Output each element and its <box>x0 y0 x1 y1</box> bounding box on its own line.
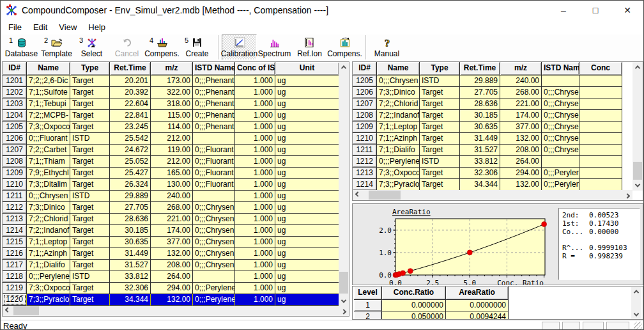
row-id-cell[interactable]: 1214 <box>3 225 27 237</box>
menu-edit[interactable]: Edit <box>27 21 53 33</box>
table-row[interactable]: 12077;2;;ChloridTarget28.636221.000;;;Ch… <box>353 98 622 110</box>
row-id-cell[interactable]: 1207 <box>353 98 377 110</box>
table-row[interactable]: 12097;9;;EthychlTarget25.427165.000;;;Fl… <box>3 168 339 179</box>
scroll-right-button[interactable] <box>339 306 349 316</box>
table-row[interactable]: 12207;3;;PyracloTarget34.344132.000;;;Pe… <box>3 294 339 306</box>
select-button[interactable]: 3 Select <box>74 35 109 60</box>
row-id-cell[interactable]: 1208 <box>3 156 27 168</box>
ref-ion-tab-button[interactable]: Ref.Ion <box>292 35 327 60</box>
compens-tab-button[interactable]: Compens. <box>327 35 362 60</box>
table-row[interactable]: 12117;1;;DialifoTarget31.527208.000;;;Ch… <box>353 145 622 156</box>
column-header[interactable]: m/z <box>500 62 542 75</box>
row-id-cell[interactable]: 1206 <box>353 87 377 98</box>
calibration-tab-button[interactable]: Calibration <box>222 35 257 60</box>
left-table-horizontal-scrollbar[interactable] <box>3 306 349 316</box>
right-table-vertical-scrollbar[interactable] <box>632 62 643 191</box>
column-header[interactable]: Conc of IS <box>235 62 275 75</box>
scroll-down-button[interactable] <box>339 296 349 306</box>
row-id-cell[interactable]: 1204 <box>3 110 27 122</box>
table-row[interactable]: 12047;2;;MCPB-Target22.841115.000;;;Phen… <box>3 110 339 122</box>
column-header[interactable]: Unit <box>275 62 339 75</box>
scroll-up-button[interactable] <box>632 62 643 72</box>
row-id-cell[interactable]: 1203 <box>3 98 27 110</box>
levels-vertical-scrollbar[interactable] <box>631 287 641 319</box>
compensate-button[interactable]: 4 Compens. <box>144 35 180 60</box>
column-header[interactable]: Ret.Time <box>110 62 151 75</box>
table-row[interactable]: 20.0500000.0094244 <box>354 311 509 320</box>
left-table-vertical-scrollbar[interactable] <box>339 62 349 306</box>
row-id-cell[interactable]: 1205 <box>353 75 377 87</box>
column-header[interactable]: m/z <box>151 62 193 75</box>
table-row[interactable]: 12060;;;FluorantISTD25.542212.001.000ug <box>3 133 339 145</box>
row-id-cell[interactable]: 1218 <box>3 271 27 283</box>
row-id-cell[interactable]: 1210 <box>3 179 27 191</box>
table-row[interactable]: 12147;3;;PyracloTarget34.344132.000;;;Pe… <box>353 179 622 191</box>
row-id-cell[interactable]: 1206 <box>3 133 27 145</box>
table-row[interactable]: 12107;1;;AzinphTarget31.449132.000;;;Chr… <box>353 133 622 145</box>
table-row[interactable]: 12017;2;;2,6-DicTarget20.201173.000;;;Ph… <box>3 75 339 87</box>
row-id-cell[interactable]: 1211 <box>3 191 27 202</box>
scrollbar-thumb[interactable] <box>633 162 642 180</box>
menu-view[interactable]: View <box>53 21 82 33</box>
table-row[interactable]: 12077;2;;CarbetTarget24.672119.000;;;Flu… <box>3 145 339 156</box>
column-header[interactable]: Ret.Time <box>460 62 500 75</box>
scroll-left-button[interactable] <box>3 306 13 316</box>
table-row[interactable]: 12167;1;;AzinphTarget31.449132.000;;;Chr… <box>3 248 339 260</box>
row-id-cell[interactable]: 1 <box>354 300 382 311</box>
column-header[interactable]: ISTD Name <box>193 62 235 75</box>
row-id-cell[interactable]: 1211 <box>353 145 377 156</box>
row-id-cell[interactable]: 1220 <box>3 294 27 306</box>
table-row[interactable]: 12127;3;;DinicoTarget27.705268.000;;;Chr… <box>3 202 339 214</box>
scroll-down-button[interactable] <box>632 180 643 191</box>
scroll-right-button[interactable] <box>622 190 632 200</box>
create-button[interactable]: 5 Create <box>180 35 215 60</box>
column-header[interactable]: Conc.Ratio <box>382 287 446 300</box>
table-row[interactable]: 12087;2;;IndanofTarget30.185174.000;;;Ch… <box>353 110 622 122</box>
row-id-cell[interactable]: 1214 <box>353 179 377 191</box>
row-id-cell[interactable]: 1217 <box>3 260 27 271</box>
table-row[interactable]: 12197;3;;OxpocoTarget32.306294.000;;;Per… <box>3 283 339 294</box>
table-row[interactable]: 12120;;;PeryleneISTD33.812264.001.000 <box>353 156 622 168</box>
column-header[interactable]: Type <box>420 62 460 75</box>
column-header[interactable]: Name <box>27 62 70 75</box>
scroll-up-button[interactable] <box>339 62 349 72</box>
row-id-cell[interactable]: 1209 <box>353 122 377 133</box>
scroll-down-button[interactable] <box>631 310 641 319</box>
row-id-cell[interactable]: 1202 <box>3 87 27 98</box>
table-row[interactable]: 12177;1;;DialifoTarget31.527208.000;;;Ch… <box>3 260 339 271</box>
close-button[interactable]: ✕ <box>611 1 643 20</box>
table-row[interactable]: 12137;3;;OxpocoTarget32.306294.000;;;Per… <box>353 168 622 179</box>
row-id-cell[interactable]: 1213 <box>353 168 377 179</box>
row-id-cell[interactable]: 1215 <box>3 237 27 248</box>
table-row[interactable]: 12037;1;;TebupiTarget22.604318.000;;;Phe… <box>3 98 339 110</box>
table-row[interactable]: 12087;1;;ThiamTarget25.052212.000;;;Fluo… <box>3 156 339 168</box>
table-row[interactable]: 12110;;;ChrysenISTD29.889240.001.000ug <box>3 191 339 202</box>
row-id-cell[interactable]: 1216 <box>3 248 27 260</box>
column-header[interactable]: ISTD Name <box>542 62 579 75</box>
right-table-horizontal-scrollbar[interactable] <box>353 190 632 200</box>
row-id-cell[interactable]: 1209 <box>3 168 27 179</box>
table-row[interactable]: 12180;;;PeryleneISTD33.812264.001.000ug <box>3 271 339 283</box>
table-row[interactable]: 10.0000000.0000000 <box>354 300 509 311</box>
row-id-cell[interactable]: 1212 <box>3 202 27 214</box>
row-id-cell[interactable]: 1201 <box>3 75 27 87</box>
column-header[interactable]: ID# <box>3 62 27 75</box>
table-row[interactable]: 12067;3;;DinicoTarget27.705268.000;;;Chr… <box>353 87 622 98</box>
column-header[interactable]: Conc <box>579 62 622 75</box>
row-id-cell[interactable]: 1205 <box>3 122 27 133</box>
table-row[interactable]: 12157;1;;LeptopTarget30.635377.000;;;Chr… <box>3 237 339 248</box>
row-id-cell[interactable]: 1219 <box>3 283 27 294</box>
column-header[interactable]: Type <box>70 62 110 75</box>
menu-file[interactable]: File <box>3 21 27 33</box>
row-id-cell[interactable]: 1212 <box>353 156 377 168</box>
table-row[interactable]: 12050;;;ChrysenISTD29.889240.001.000 <box>353 75 622 87</box>
scrollbar-thumb[interactable] <box>369 191 401 200</box>
row-id-cell[interactable]: 1210 <box>353 133 377 145</box>
table-row[interactable]: 12107;3;;DitalimTarget26.324130.000;;;Fl… <box>3 179 339 191</box>
row-id-cell[interactable]: 2 <box>354 311 382 320</box>
database-button[interactable]: 1 Database <box>4 35 39 60</box>
resize-grip[interactable] <box>634 322 642 330</box>
scrollbar-thumb[interactable] <box>13 306 39 315</box>
column-header[interactable]: Name <box>377 62 420 75</box>
row-id-cell[interactable]: 1213 <box>3 214 27 225</box>
